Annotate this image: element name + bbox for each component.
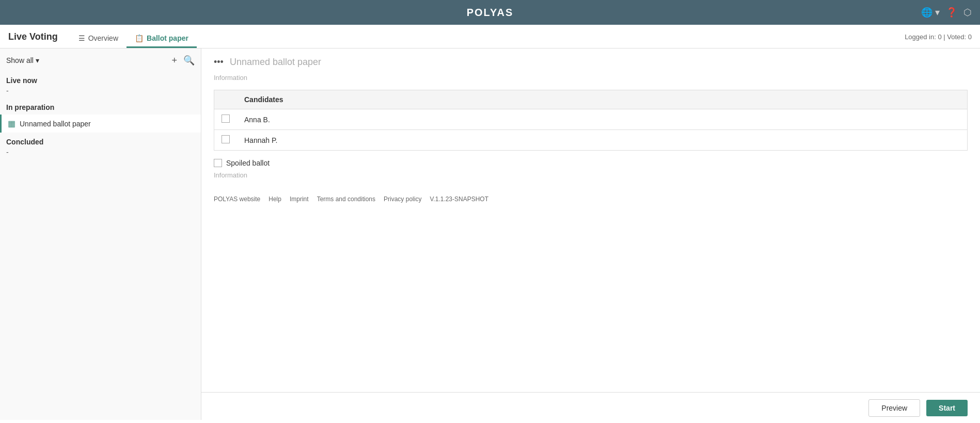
footer-links: POLYAS website Help Imprint Terms and co… xyxy=(214,187,968,207)
search-button[interactable]: 🔍 xyxy=(183,55,195,66)
section-in-preparation-title: In preparation xyxy=(0,99,201,113)
add-button[interactable]: + xyxy=(171,55,177,66)
header: POLYAS 🌐 ▾ ❓ ⬡ xyxy=(0,0,980,25)
section-live-now-title: Live now xyxy=(0,72,201,87)
table-row: Hannah P. xyxy=(214,130,968,151)
spoiled-ballot-checkbox[interactable] xyxy=(214,159,222,167)
sidebar: Show all ▾ + 🔍 Live now - In preparation… xyxy=(0,48,201,420)
ballot-paper-icon: 📋 xyxy=(135,34,144,42)
content-info-top: Information xyxy=(214,74,968,82)
overview-icon: ☰ xyxy=(78,34,85,42)
help-icon[interactable]: ❓ xyxy=(946,7,957,18)
logged-info: Logged in: 0 | Voted: 0 xyxy=(905,33,972,45)
ballot-item-icon: ▦ xyxy=(8,119,15,128)
sidebar-actions: + 🔍 xyxy=(171,55,195,66)
footer-link-terms[interactable]: Terms and conditions xyxy=(317,196,375,203)
start-button[interactable]: Start xyxy=(926,400,968,416)
show-all-chevron-icon: ▾ xyxy=(36,56,39,64)
spoiled-ballot-row: Spoiled ballot xyxy=(214,159,968,167)
show-all-label: Show all xyxy=(6,56,34,64)
candidate-anna-checkbox-cell xyxy=(214,109,238,130)
bottom-bar: Preview Start xyxy=(201,392,980,423)
candidate-hannah-name: Hannah P. xyxy=(237,130,968,151)
tab-ballot-paper-label: Ballot paper xyxy=(147,34,188,42)
footer-link-help[interactable]: Help xyxy=(268,196,281,203)
sidebar-toolbar: Show all ▾ + 🔍 xyxy=(0,55,201,72)
table-row: Anna B. xyxy=(214,109,968,130)
table-header-check xyxy=(214,90,238,109)
content-header: ••• Unnamed ballot paper xyxy=(214,57,968,68)
table-header-candidates: Candidates xyxy=(237,90,968,109)
section-live-now-empty: - xyxy=(0,87,201,99)
tab-overview-label: Overview xyxy=(88,34,118,42)
tab-ballot-paper[interactable]: 📋 Ballot paper xyxy=(127,30,197,48)
preview-button[interactable]: Preview xyxy=(868,399,920,417)
footer-version: V.1.1.23-SNAPSHOT xyxy=(430,196,488,203)
tab-overview[interactable]: ☰ Overview xyxy=(70,30,127,48)
ballot-paper-title: Unnamed ballot paper xyxy=(230,57,321,68)
sub-header-left: Live Voting ☰ Overview 📋 Ballot paper xyxy=(8,30,197,48)
main-layout: Show all ▾ + 🔍 Live now - In preparation… xyxy=(0,48,980,420)
footer-link-polyas[interactable]: POLYAS website xyxy=(214,196,260,203)
content-info-bottom: Information xyxy=(214,171,968,179)
ballot-item-label: Unnamed ballot paper xyxy=(20,120,91,128)
show-all-button[interactable]: Show all ▾ xyxy=(6,56,39,64)
candidates-table: Candidates Anna B. Hannah P. xyxy=(214,90,968,151)
candidate-anna-name: Anna B. xyxy=(237,109,968,130)
candidate-hannah-checkbox-cell xyxy=(214,130,238,151)
sub-header: Live Voting ☰ Overview 📋 Ballot paper Lo… xyxy=(0,25,980,48)
spoiled-ballot-label: Spoiled ballot xyxy=(226,159,270,167)
tabs: ☰ Overview 📋 Ballot paper xyxy=(70,30,197,48)
footer-link-imprint[interactable]: Imprint xyxy=(290,196,309,203)
sidebar-item-unnamed-ballot[interactable]: ▦ Unnamed ballot paper xyxy=(0,115,201,133)
page-title: Live Voting xyxy=(8,31,58,46)
export-icon[interactable]: ⬡ xyxy=(963,7,972,18)
footer-link-privacy[interactable]: Privacy policy xyxy=(384,196,421,203)
section-concluded-title: Concluded xyxy=(0,134,201,148)
header-right-icons: 🌐 ▾ ❓ ⬡ xyxy=(921,7,972,18)
candidate-hannah-checkbox[interactable] xyxy=(222,135,230,143)
section-concluded-empty: - xyxy=(0,148,201,160)
content-area: ••• Unnamed ballot paper Information Can… xyxy=(201,48,980,420)
candidate-anna-checkbox[interactable] xyxy=(222,115,230,123)
app-title: POLYAS xyxy=(467,7,514,19)
content-menu-button[interactable]: ••• xyxy=(214,57,224,68)
language-icon[interactable]: 🌐 ▾ xyxy=(921,7,940,18)
